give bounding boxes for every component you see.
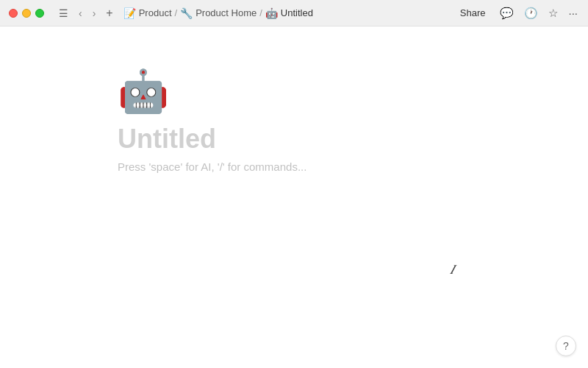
traffic-light-close[interactable] — [9, 9, 18, 18]
page-content: 🤖 Untitled Press 'space' for AI, '/' for… — [0, 26, 588, 368]
breadcrumb-sep-2: / — [259, 7, 262, 18]
breadcrumb-icon-3: 🤖 — [265, 7, 278, 19]
comment-icon: 💬 — [500, 7, 514, 19]
comment-button[interactable]: 💬 — [498, 5, 515, 21]
page-icon[interactable]: 🤖 — [118, 71, 169, 112]
breadcrumb-item-2[interactable]: Product Home — [196, 7, 257, 18]
traffic-light-minimize[interactable] — [22, 9, 31, 18]
titlebar: ☰ ‹ › + 📝 Product / 🔧 Product Home / 🤖 U… — [0, 0, 588, 26]
breadcrumb-item-current[interactable]: Untitled — [281, 7, 313, 18]
traffic-lights — [9, 9, 44, 18]
sidebar-toggle-icon[interactable]: ☰ — [56, 6, 71, 21]
clock-icon: 🕐 — [524, 7, 538, 19]
more-icon: ··· — [568, 7, 578, 19]
titlebar-right: Share 💬 🕐 ☆ ··· — [454, 5, 579, 21]
star-icon: ☆ — [548, 7, 558, 19]
share-button[interactable]: Share — [454, 5, 492, 21]
breadcrumb-item-1[interactable]: Product — [139, 7, 172, 18]
nav-back-button[interactable]: ‹ — [76, 6, 85, 21]
breadcrumb-icon-2: 🔧 — [180, 7, 193, 19]
add-page-button[interactable]: + — [103, 5, 115, 21]
help-button[interactable]: ? — [556, 336, 576, 356]
breadcrumb-sep-1: / — [175, 7, 178, 18]
more-options-button[interactable]: ··· — [567, 5, 579, 21]
traffic-light-fullscreen[interactable] — [35, 9, 44, 18]
breadcrumb-icon-1: 📝 — [123, 7, 136, 19]
nav-forward-button[interactable]: › — [90, 6, 99, 21]
titlebar-left: ☰ ‹ › + 📝 Product / 🔧 Product Home / 🤖 U… — [9, 5, 313, 21]
favorite-button[interactable]: ☆ — [547, 5, 559, 21]
page-title[interactable]: Untitled — [118, 124, 216, 155]
text-cursor: 𝐼 — [450, 262, 451, 277]
page-placeholder[interactable]: Press 'space' for AI, '/' for commands..… — [118, 160, 306, 173]
history-button[interactable]: 🕐 — [523, 5, 539, 21]
breadcrumb: 📝 Product / 🔧 Product Home / 🤖 Untitled — [123, 7, 313, 19]
